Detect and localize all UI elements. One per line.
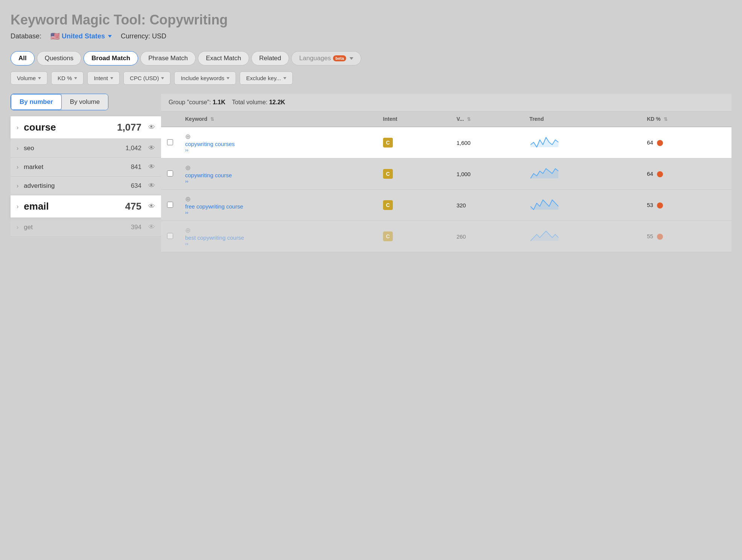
keyword-arrows-icon: ››: [185, 147, 235, 153]
row-checkbox-row2[interactable]: [167, 170, 173, 177]
add-keyword-icon[interactable]: ⊕: [185, 227, 191, 234]
keyword-link-row4[interactable]: best copywriting course ››: [185, 234, 371, 247]
keyword-table: Keyword ⇅ Intent V... ⇅ Trend KD %: [161, 111, 731, 252]
kd-value-row3: 53: [647, 202, 653, 208]
group-item-email[interactable]: › email 475 👁: [11, 195, 161, 218]
group-list: › course 1,077 👁 › seo 1,042 👁 › market …: [11, 116, 161, 237]
row-keyword-cell: ⊕ copywriting courses ››: [179, 127, 377, 158]
col-checkbox: [161, 111, 179, 127]
sort-keyword-icon[interactable]: ⇅: [210, 117, 214, 122]
row-checkbox-cell: [161, 190, 179, 221]
keyword-text: free copywriting course ››: [185, 203, 243, 215]
row-volume-cell: 1,600: [450, 127, 523, 158]
keyword-link-row2[interactable]: copywriting course ››: [185, 172, 371, 184]
volume-value-row3: 320: [456, 202, 466, 208]
filter-intent-arrow-icon: [110, 77, 113, 79]
keyword-text: copywriting courses ››: [185, 141, 235, 153]
add-keyword-icon[interactable]: ⊕: [185, 195, 191, 203]
eye-icon-get[interactable]: 👁: [148, 223, 155, 231]
flag-icon: 🇺🇸: [50, 32, 60, 41]
row-checkbox-cell: [161, 221, 179, 252]
row-checkbox-row1[interactable]: [167, 139, 173, 145]
filter-volume-label: Volume: [17, 75, 36, 81]
row-intent-cell: C: [377, 190, 450, 221]
intent-badge-row1: C: [383, 138, 393, 148]
tab-related[interactable]: Related: [251, 51, 289, 65]
keyword-arrows-icon: ››: [185, 241, 244, 247]
row-kd-cell: 64: [641, 158, 731, 190]
right-panel: Group "course": 1.1K Total volume: 12.2K…: [161, 94, 731, 252]
keyword-link-row3[interactable]: free copywriting course ››: [185, 203, 371, 215]
left-panel: By number By volume › course 1,077 👁 › s…: [11, 94, 161, 252]
keyword-link-row1[interactable]: copywriting courses ››: [185, 141, 371, 153]
tab-languages[interactable]: Languages beta: [291, 51, 361, 65]
group-name-market: market: [24, 163, 127, 171]
tab-exact-match[interactable]: Exact Match: [198, 51, 249, 65]
eye-icon-email[interactable]: 👁: [148, 202, 155, 210]
sort-kd-icon[interactable]: ⇅: [664, 117, 667, 122]
database-value: United States: [62, 32, 105, 40]
add-keyword-icon[interactable]: ⊕: [185, 133, 191, 140]
col-keyword-label: Keyword: [185, 116, 207, 122]
beta-badge: beta: [333, 55, 346, 61]
sort-buttons: By number By volume: [11, 94, 108, 110]
eye-icon-advertising[interactable]: 👁: [148, 182, 155, 190]
group-item-get[interactable]: › get 394 👁: [11, 218, 161, 237]
filter-kd[interactable]: KD %: [51, 72, 84, 85]
filter-kd-arrow-icon: [74, 77, 77, 79]
filter-cpc-label: CPC (USD): [130, 75, 159, 81]
sort-by-number[interactable]: By number: [11, 94, 62, 110]
col-kd-label: KD %: [647, 116, 661, 122]
tab-all[interactable]: All: [11, 51, 35, 65]
kd-value-row4: 55: [647, 233, 653, 239]
eye-icon-seo[interactable]: 👁: [148, 144, 155, 152]
main-content: By number By volume › course 1,077 👁 › s…: [11, 94, 731, 252]
filter-volume[interactable]: Volume: [11, 72, 47, 85]
filter-include[interactable]: Include keywords: [174, 72, 236, 85]
group-item-market[interactable]: › market 841 👁: [11, 158, 161, 177]
group-chevron-icon-get: ›: [17, 224, 18, 231]
col-kd[interactable]: KD % ⇅: [641, 111, 731, 127]
col-volume[interactable]: V... ⇅: [450, 111, 523, 127]
group-item-course[interactable]: › course 1,077 👁: [11, 116, 161, 139]
group-count-seo: 1,042: [125, 145, 141, 152]
volume-value-row1: 1,600: [456, 140, 471, 146]
col-intent-label: Intent: [383, 116, 397, 122]
filter-intent[interactable]: Intent: [87, 72, 120, 85]
filter-exclude-label: Exclude key...: [246, 75, 281, 81]
add-keyword-icon[interactable]: ⊕: [185, 164, 191, 172]
filter-cpc-arrow-icon: [161, 77, 164, 79]
keyword-text: copywriting course ››: [185, 172, 232, 184]
row-kd-cell: 55: [641, 221, 731, 252]
currency-label: Currency: USD: [121, 32, 166, 40]
row-checkbox-cell: [161, 158, 179, 190]
row-intent-cell: C: [377, 221, 450, 252]
row-intent-cell: C: [377, 158, 450, 190]
group-chevron-icon: ›: [17, 124, 18, 131]
eye-icon-course[interactable]: 👁: [148, 123, 155, 131]
page-meta: Database: 🇺🇸 United States Currency: USD: [11, 32, 731, 41]
col-keyword[interactable]: Keyword ⇅: [179, 111, 377, 127]
keyword-text: best copywriting course ››: [185, 234, 244, 247]
col-trend-label: Trend: [529, 116, 544, 122]
group-count-get: 394: [131, 224, 141, 231]
volume-value-row4: 260: [456, 233, 466, 240]
group-item-advertising[interactable]: › advertising 634 👁: [11, 177, 161, 195]
filter-kd-label: KD %: [58, 75, 72, 81]
eye-icon-market[interactable]: 👁: [148, 163, 155, 171]
languages-chevron-icon: [350, 57, 353, 60]
row-trend-cell: [523, 158, 641, 190]
sort-volume-icon[interactable]: ⇅: [467, 117, 471, 122]
group-item-seo[interactable]: › seo 1,042 👁: [11, 139, 161, 158]
tab-phrase-match[interactable]: Phrase Match: [140, 51, 196, 65]
database-selector[interactable]: 🇺🇸 United States: [50, 32, 112, 41]
filter-exclude[interactable]: Exclude key...: [240, 72, 292, 85]
tab-questions[interactable]: Questions: [37, 51, 82, 65]
tab-broad-match[interactable]: Broad Match: [84, 51, 138, 65]
kd-dot-row2: [657, 171, 663, 177]
row-checkbox-row3[interactable]: [167, 202, 173, 208]
row-keyword-cell: ⊕ free copywriting course ››: [179, 190, 377, 221]
row-checkbox-row4[interactable]: [167, 233, 173, 239]
filter-cpc[interactable]: CPC (USD): [123, 72, 171, 85]
sort-by-volume[interactable]: By volume: [62, 94, 108, 110]
